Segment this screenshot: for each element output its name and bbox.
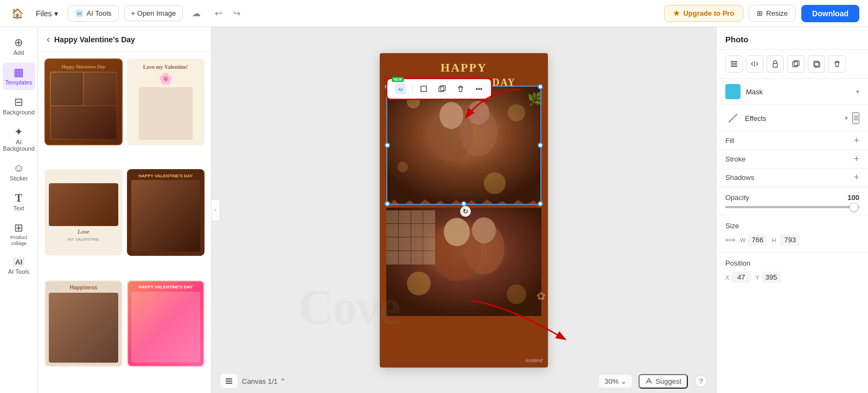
redo-button[interactable]: ↪ (228, 5, 245, 22)
shadows-add-button[interactable]: + (853, 172, 859, 183)
ctx-more-icon: ••• (476, 85, 483, 93)
x-label: X (725, 274, 729, 281)
suggest-button[interactable]: Suggest (639, 374, 688, 389)
template-item-2[interactable]: Love my Valentine! 🌸 (127, 59, 205, 145)
canvas-area: ‹ HAPPY VALENTINE'S DAY (212, 27, 716, 393)
open-image-label: + Open Image (131, 9, 176, 17)
grid-cell (386, 210, 398, 223)
mask-chevron: ▾ (856, 88, 859, 95)
sidebar-item-product-collage-label: Product collage (5, 235, 33, 247)
stroke-label: Stroke (725, 155, 746, 163)
opacity-header: Opacity 100 (725, 194, 859, 202)
sidebar-item-templates[interactable]: ▦ Templates (3, 62, 35, 90)
effects-settings-button[interactable]: ≡ (852, 112, 859, 124)
size-header: Size (725, 222, 859, 230)
shadows-label: Shadows (725, 173, 754, 182)
templates-icon: ▦ (14, 67, 24, 78)
text-icon: T (15, 192, 22, 203)
canvas-label: Canvas 1/1 (242, 377, 278, 385)
cloud-button[interactable]: ☁ (188, 5, 205, 22)
handle-bm[interactable] (461, 201, 467, 207)
sidebar-item-sticker[interactable]: ☺ Sticker (3, 158, 35, 186)
rotate-handle[interactable]: ↻ (460, 206, 471, 217)
grid-cell (399, 224, 411, 237)
handle-tr[interactable] (538, 84, 543, 89)
upgrade-button[interactable]: ★ Upgrade to Pro (664, 5, 743, 22)
y-value[interactable]: 395 (762, 272, 781, 283)
ctx-divider-1 (412, 83, 413, 94)
undo-button[interactable]: ↩ (210, 5, 226, 22)
mask-row[interactable]: Mask ▾ (717, 79, 868, 105)
open-image-button[interactable]: + Open Image (124, 5, 183, 21)
rp-lock-button[interactable] (767, 55, 784, 73)
handle-ml[interactable] (385, 143, 390, 148)
opacity-slider[interactable] (725, 206, 859, 208)
grid-cell (386, 251, 398, 264)
ctx-crop-button[interactable] (416, 81, 431, 96)
rp-duplicate-button[interactable] (787, 55, 805, 73)
template-6-content: HAPPY VALENTINE'S DAY (128, 281, 204, 366)
size-fields: ⟺ W 766 H 793 (725, 234, 859, 246)
width-value[interactable]: 766 (748, 234, 767, 246)
template-item-4[interactable]: HAPPY VALENTINE'S DAY (127, 169, 205, 256)
stroke-add-button[interactable]: + (853, 153, 859, 165)
help-icon: ? (699, 377, 703, 385)
sidebar-item-templates-label: Templates (5, 79, 32, 86)
ctx-delete-button[interactable] (453, 81, 468, 96)
height-label: H (771, 237, 776, 243)
right-panel-header: Photo (717, 27, 868, 50)
sidebar-item-background[interactable]: ⊟ Background (3, 92, 35, 120)
download-button[interactable]: Download (801, 5, 859, 22)
handle-mr[interactable] (538, 143, 543, 148)
zoom-control[interactable]: 30% ⌄ (599, 375, 632, 388)
grid-cell (411, 224, 423, 237)
product-collage-icon: ⊞ (14, 222, 23, 233)
help-button[interactable]: ? (694, 375, 707, 388)
watermark: insMind (526, 358, 542, 363)
svg-rect-25 (226, 378, 232, 379)
rp-delete-button[interactable] (828, 55, 846, 73)
fill-add-button[interactable]: + (853, 135, 859, 146)
panel-collapse-button[interactable]: ‹ (212, 199, 220, 221)
x-value[interactable]: 47 (731, 272, 751, 283)
sidebar-item-text-label: Text (13, 205, 24, 211)
resize-button[interactable]: ⊞ Resize (749, 5, 796, 22)
template-item-6[interactable]: HAPPY VALENTINE'S DAY (127, 280, 205, 367)
layers-button[interactable] (220, 374, 238, 388)
ctx-more-button[interactable]: ••• (471, 81, 487, 96)
effects-row[interactable]: Effects ▾ ≡ (717, 105, 868, 132)
template-4-content: HAPPY VALENTINE'S DAY (128, 170, 204, 255)
template-item-5[interactable]: Happiness (44, 280, 123, 367)
ai-tools-button[interactable]: AI AI Tools (68, 5, 119, 22)
rp-flip-button[interactable] (746, 55, 763, 73)
home-button[interactable]: 🏠 (9, 5, 26, 22)
canvas-right-tools: 30% ⌄ Suggest ? (599, 374, 707, 389)
upgrade-icon: ★ (673, 9, 680, 17)
ctx-ai-button[interactable]: NEW AI (392, 81, 409, 96)
opacity-value: 100 (847, 194, 859, 202)
right-panel-toolbar (717, 50, 868, 79)
shadows-row[interactable]: Shadows + (717, 169, 868, 187)
sidebar-item-ai-tools[interactable]: AI AI Tools (3, 253, 35, 279)
sidebar-item-text[interactable]: T Text (3, 188, 35, 216)
files-menu[interactable]: Files ▾ (31, 7, 62, 20)
sidebar-item-ai-background[interactable]: ✦ AI Background (3, 122, 35, 156)
fill-row[interactable]: Fill + (717, 132, 868, 150)
rp-copy-button[interactable] (808, 55, 825, 73)
svg-rect-32 (814, 61, 819, 66)
y-label: Y (755, 274, 759, 281)
stroke-row[interactable]: Stroke + (717, 150, 868, 169)
sidebar-item-background-label: Background (3, 109, 35, 115)
handle-br[interactable] (538, 201, 543, 207)
sidebar-item-add[interactable]: ⊕ Add (3, 33, 35, 60)
handle-bl[interactable] (385, 201, 390, 207)
panel-back-button[interactable]: ‹ (47, 34, 50, 45)
template-item-1[interactable]: Happy Valentines Day (44, 59, 123, 145)
ctx-duplicate-button[interactable] (435, 81, 450, 96)
template-item-3[interactable]: Love MY VALENTINE (44, 169, 123, 256)
design-card[interactable]: HAPPY VALENTINE'S DAY (380, 53, 548, 368)
floral-decoration-2: ✿ (537, 289, 546, 302)
sidebar-item-product-collage[interactable]: ⊞ Product collage (3, 218, 35, 251)
rp-layers-button[interactable] (725, 55, 743, 73)
height-value[interactable]: 793 (780, 234, 800, 246)
